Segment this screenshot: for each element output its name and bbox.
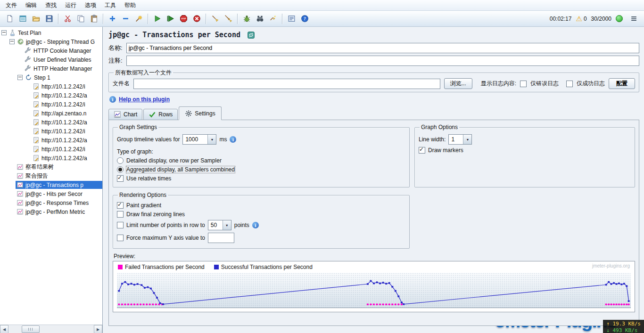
tree-item-transactions-per-second[interactable]: jp@gc - Transactions p [0, 180, 102, 189]
templates-button[interactable] [17, 13, 29, 25]
detailed-display-radio[interactable] [117, 157, 124, 164]
tab-chart[interactable]: Chart [108, 109, 142, 120]
error-indicator[interactable]: ⚠ 0 [576, 15, 586, 22]
tree-item[interactable]: HTTP Cookie Manager [0, 46, 102, 55]
toolbar-separator [148, 14, 148, 24]
menu-item-options[interactable]: 选项 [81, 0, 100, 10]
success-only-checkbox[interactable] [566, 81, 573, 87]
cut-button[interactable] [61, 13, 74, 25]
line-width-combobox[interactable]: 1 ▼ [448, 134, 472, 145]
menu-item-edit[interactable]: 编辑 [22, 0, 41, 10]
toolbar: 00:02:17 ⚠ 0 30/2000 [0, 11, 644, 27]
chevron-down-icon[interactable]: ▼ [463, 135, 471, 144]
function-helper-button[interactable] [285, 13, 297, 25]
start-no-pauses-button[interactable] [164, 13, 176, 25]
collapse-handle[interactable] [17, 75, 23, 80]
menu-item-run[interactable]: 运行 [61, 0, 80, 10]
browse-button[interactable]: 浏览... [444, 78, 472, 89]
tree-item[interactable]: http://api.zentao.n [0, 109, 102, 118]
start-no-pauses-icon [166, 15, 174, 23]
tree-item[interactable]: HTTP Header Manager [0, 64, 102, 73]
limit-points-combobox[interactable]: 50 ▼ [208, 220, 231, 230]
force-max-y-checkbox[interactable] [117, 235, 124, 241]
scroll-right-button[interactable]: ▶ [94, 325, 102, 333]
new-file-button[interactable] [3, 13, 16, 25]
help-button[interactable] [298, 13, 311, 25]
info-icon: i [230, 136, 236, 143]
tree-item-test-plan[interactable]: Test Plan [0, 28, 102, 37]
expand-all-button[interactable] [106, 13, 118, 25]
tree-item-view-results-tree[interactable]: 察看结果树 [0, 162, 102, 171]
tree-item[interactable]: http://10.1.2.242/a [0, 91, 102, 100]
tree-item[interactable]: http://10.1.2.242/i [0, 127, 102, 136]
menu-item-search[interactable]: 查找 [41, 0, 60, 10]
filename-input[interactable] [133, 79, 440, 89]
tree-item-response-times[interactable]: jp@gc - Response Times [0, 198, 102, 207]
listener-icon [17, 199, 24, 206]
timeline-unit: ms [219, 136, 227, 143]
paste-button[interactable] [88, 13, 100, 25]
plugin-refresh-icon[interactable] [247, 31, 255, 39]
tree-item[interactable]: http://10.1.2.242/a [0, 118, 102, 127]
aggregated-display-label: Aggregated display, all Samplers combine… [126, 166, 235, 173]
draw-markers-checkbox[interactable] [419, 147, 425, 154]
start-button[interactable] [151, 13, 163, 25]
chevron-down-icon[interactable]: ▼ [223, 220, 231, 230]
use-relative-times-checkbox[interactable] [117, 175, 124, 182]
scrollbar-track[interactable] [8, 325, 94, 333]
tree-item[interactable]: http://10.1.2.242/a [0, 136, 102, 145]
search-button[interactable] [254, 13, 266, 25]
tree-item-thread-group[interactable]: jp@gc - Stepping Thread G [0, 37, 102, 46]
tree-item-perfmon-metrics[interactable]: jp@gc - PerfMon Metric [0, 207, 102, 216]
search-reset-button[interactable] [267, 13, 279, 25]
collapse-handle[interactable] [9, 39, 15, 44]
aggregated-display-radio[interactable] [117, 166, 124, 173]
tree-item[interactable]: User Defined Variables [0, 55, 102, 64]
save-button[interactable] [43, 13, 55, 25]
force-max-y-label: Force maximum Y axis value to [126, 235, 205, 241]
scroll-left-button[interactable]: ◀ [0, 325, 8, 333]
tree-horizontal-scrollbar[interactable]: ◀ ▶ [0, 325, 102, 333]
menu-item-tools[interactable]: 工具 [101, 0, 120, 10]
rendering-options-group: Rendering Options Paint gradient Draw fi… [113, 192, 410, 249]
comment-input[interactable] [126, 56, 639, 66]
toggle-button[interactable] [132, 13, 145, 25]
menu-button[interactable] [627, 13, 640, 25]
collapse-handle[interactable] [1, 30, 7, 35]
name-input[interactable] [126, 43, 639, 53]
debug-button[interactable] [240, 13, 253, 25]
menu-item-file[interactable]: 文件 [2, 0, 21, 10]
tree-item-hits-per-second[interactable]: jp@gc - Hits per Secor [0, 189, 102, 198]
errors-only-checkbox[interactable] [520, 81, 527, 87]
limit-points-checkbox[interactable] [117, 222, 124, 228]
clear-all-button[interactable] [222, 13, 234, 25]
tree-item[interactable]: http://10.1.2.242/a [0, 154, 102, 162]
force-max-y-input[interactable] [208, 233, 234, 243]
paint-gradient-checkbox[interactable] [117, 202, 124, 209]
configure-button[interactable]: 配置 [609, 78, 635, 89]
help-plugin-link[interactable]: Help on this plugin [119, 96, 170, 103]
tab-rows[interactable]: Rows [143, 109, 178, 120]
open-button[interactable] [30, 13, 42, 25]
paint-gradient-label: Paint gradient [126, 202, 161, 209]
copy-button[interactable] [74, 13, 87, 25]
chevron-down-icon[interactable]: ▼ [207, 135, 216, 144]
timeline-combobox[interactable]: 1000 ▼ [182, 134, 216, 145]
limit-points-label: Limit number of points in row to [126, 222, 205, 228]
tree-item[interactable]: http://10.1.2.242/i [0, 145, 102, 154]
menu-item-help[interactable]: 帮助 [121, 0, 140, 10]
collapse-all-button[interactable] [119, 13, 132, 25]
listener-icon [17, 172, 24, 179]
scrollbar-thumb[interactable] [22, 325, 40, 333]
zeroing-lines-checkbox[interactable] [117, 211, 124, 218]
tree-item-step1[interactable]: Step 1 [0, 73, 102, 82]
stop-button[interactable] [177, 13, 190, 25]
warning-icon: ⚠ [576, 15, 582, 22]
rendering-options-title: Rendering Options [118, 192, 168, 198]
shutdown-button[interactable] [190, 13, 203, 25]
tree-item[interactable]: http://10.1.2.242/i [0, 100, 102, 109]
clear-button[interactable] [209, 13, 221, 25]
tree-item-aggregate-report[interactable]: 聚合报告 [0, 171, 102, 180]
tab-settings[interactable]: Settings [179, 106, 221, 120]
tree-item[interactable]: http://10.1.2.242/i [0, 82, 102, 91]
